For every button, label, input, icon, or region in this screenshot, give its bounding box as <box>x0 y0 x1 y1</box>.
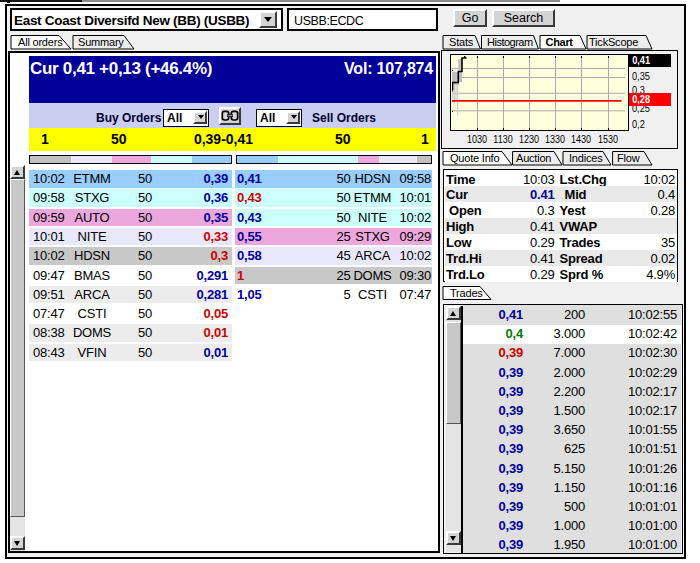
svg-text:Histogram: Histogram <box>487 36 533 48</box>
svg-text:Stats: Stats <box>449 36 474 48</box>
svg-text:Quote Info: Quote Info <box>450 152 499 164</box>
svg-text:Chart: Chart <box>546 36 574 48</box>
svg-text:Indices: Indices <box>569 152 603 164</box>
svg-text:TickScope: TickScope <box>589 36 638 48</box>
svg-text:Auction: Auction <box>516 152 551 164</box>
svg-text:Summary: Summary <box>78 36 124 48</box>
svg-text:All orders: All orders <box>18 36 63 48</box>
svg-text:Trades: Trades <box>450 287 483 299</box>
svg-text:Flow: Flow <box>617 152 640 164</box>
